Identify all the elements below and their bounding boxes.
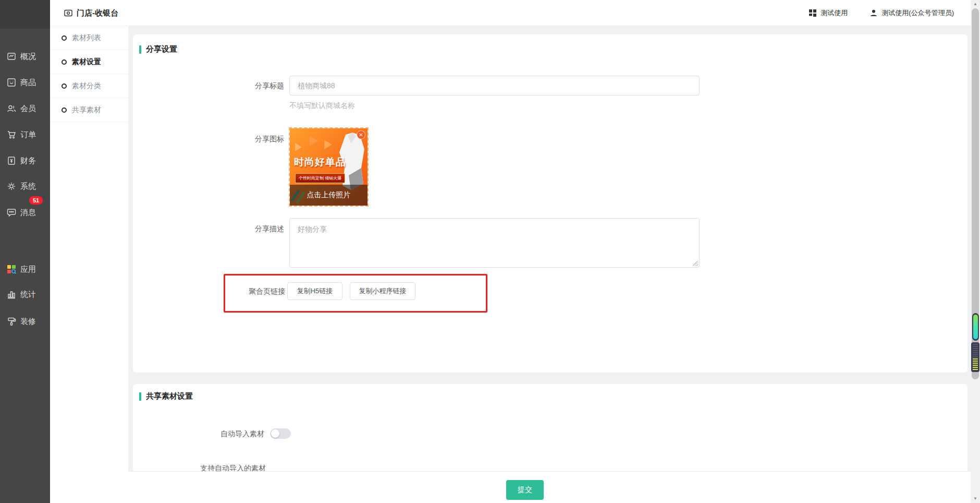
share-settings-section-head: 分享设置	[139, 44, 177, 54]
user-icon	[869, 9, 878, 17]
upload-overlay[interactable]: 点击上传照片	[290, 185, 368, 206]
decorate-icon	[6, 316, 17, 327]
meter-fill	[973, 315, 978, 339]
scroll-up-arrow[interactable]: ▲	[971, 0, 980, 8]
share-icon-image: 时尚好单品 个性时尚定制 倾销火爆 点击上传照片	[290, 128, 368, 206]
sidebar-item-label: 统计	[20, 290, 36, 300]
radio-circle-icon	[62, 107, 67, 113]
user-menu[interactable]: 测试使用(公众号管理员)	[869, 8, 954, 18]
messages-icon	[6, 207, 17, 218]
remove-image-button[interactable]: ✕	[357, 131, 365, 139]
radio-circle-icon	[62, 83, 67, 89]
toggle-knob	[271, 429, 279, 438]
sidebar-item-label: 装修	[20, 317, 36, 327]
share-icon-label: 分享图标	[190, 134, 284, 144]
sidebar-item-system[interactable]: 系统	[0, 180, 50, 193]
section-title: 分享设置	[146, 44, 177, 54]
system-icon	[6, 181, 17, 191]
share-title-hint: 不填写默认商城名称	[289, 101, 355, 111]
app-logo[interactable]	[0, 0, 50, 29]
sidebar-item-label: 订单	[20, 130, 36, 140]
radio-circle-icon	[62, 59, 67, 65]
textarea-resize-handle[interactable]	[693, 261, 698, 266]
goods-icon	[6, 77, 17, 88]
share-settings-card: 分享设置 分享标题 植物商城88 不填写默认商城名称 分享图标 时尚好单品 个性…	[133, 34, 967, 373]
submit-button[interactable]: 提交	[506, 480, 544, 500]
meter-stripes	[973, 344, 978, 370]
share-icon-uploader[interactable]: 时尚好单品 个性时尚定制 倾销火爆 点击上传照片 ✕	[289, 127, 369, 207]
highlight-red-box: 聚合页链接 复制H5链接 复制小程序链接	[224, 274, 487, 313]
submenu-item-material-settings[interactable]: 素材设置	[50, 50, 128, 74]
apps-icon	[6, 264, 17, 274]
submenu-item-label: 素材列表	[72, 33, 101, 43]
sidebar-item-label: 财务	[20, 156, 36, 166]
shared-material-section-head: 共享素材设置	[139, 391, 193, 401]
submenu-item-label: 素材设置	[72, 57, 101, 67]
share-title-input[interactable]: 植物商城88	[289, 76, 700, 95]
submenu-item-material-list[interactable]: 素材列表	[50, 26, 128, 50]
radio-circle-icon	[62, 35, 67, 41]
sidebar-item-label: 应用	[20, 265, 36, 274]
arrow-decoration	[310, 136, 318, 146]
members-icon	[6, 103, 17, 114]
auto-import-label: 自动导入素材	[181, 426, 264, 441]
top-header: 门店-收银台 测试使用 测试使用(公众号管理员)	[50, 0, 980, 26]
share-title-label: 分享标题	[190, 76, 284, 95]
sidebar-item-members[interactable]: 会员	[0, 102, 50, 115]
copy-h5-link-button[interactable]: 复制H5链接	[287, 282, 342, 300]
aggregate-link-label: 聚合页链接	[228, 282, 285, 300]
material-submenu: 素材列表 素材设置 素材分类 共享素材	[50, 26, 128, 503]
workspace-switcher[interactable]: 测试使用	[808, 8, 848, 18]
overview-icon	[6, 51, 17, 62]
sidebar-item-label: 商品	[20, 78, 36, 88]
sidebar-item-orders[interactable]: 订单	[0, 128, 50, 141]
user-label: 测试使用(公众号管理员)	[881, 8, 954, 18]
extension-level-meter	[972, 313, 979, 341]
image-subline: 个性时尚定制 倾销火爆	[295, 173, 345, 183]
copy-miniprogram-link-button[interactable]: 复制小程序链接	[350, 282, 415, 300]
submenu-item-shared-material[interactable]: 共享素材	[50, 98, 128, 122]
section-accent-bar	[139, 392, 141, 401]
sidebar-item-stats[interactable]: 统计	[0, 288, 50, 301]
submenu-item-label: 共享素材	[72, 105, 101, 115]
sidebar-item-messages[interactable]: 消息	[0, 206, 50, 219]
share-desc-label: 分享描述	[190, 223, 284, 234]
arrow-decoration	[295, 143, 302, 151]
sidebar-item-decorate[interactable]: 装修	[0, 315, 50, 328]
image-headline: 时尚好单品	[294, 155, 346, 169]
section-accent-bar	[139, 45, 141, 54]
grid-icon	[808, 9, 817, 17]
main-sidebar: 概况 商品 会员 订单 财务 系统 消息 51 应用 统计 装修	[0, 0, 50, 503]
submenu-item-material-category[interactable]: 素材分类	[50, 74, 128, 98]
shared-material-card: 共享素材设置 自动导入素材 支持自动导入的素材	[133, 384, 967, 473]
sidebar-item-label: 会员	[20, 104, 36, 114]
extension-stripe-meter	[971, 342, 979, 372]
header-right: 测试使用 测试使用(公众号管理员)	[808, 0, 954, 26]
sidebar-item-finance[interactable]: 财务	[0, 154, 50, 167]
stats-icon	[6, 289, 17, 300]
sidebar-item-apps[interactable]: 应用	[0, 263, 50, 276]
scroll-down-arrow[interactable]: ▼	[971, 495, 980, 503]
sidebar-item-label: 概况	[20, 52, 36, 62]
sidebar-item-overview[interactable]: 概况	[0, 50, 50, 63]
page-title: 门店-收银台	[64, 0, 118, 26]
form-footer: 提交	[128, 471, 971, 503]
orders-icon	[6, 129, 17, 140]
sidebar-item-label: 消息	[20, 208, 36, 218]
finance-icon	[6, 155, 17, 166]
workspace-label: 测试使用	[820, 8, 848, 18]
sidebar-item-goods[interactable]: 商品	[0, 76, 50, 89]
share-desc-textarea[interactable]: 好物分享	[289, 218, 700, 268]
submenu-item-label: 素材分类	[72, 81, 101, 91]
messages-badge: 51	[29, 196, 43, 205]
page-title-text: 门店-收银台	[77, 8, 118, 18]
cashier-icon	[64, 8, 73, 18]
auto-import-toggle[interactable]	[270, 428, 291, 439]
section-title: 共享素材设置	[146, 391, 193, 401]
page-scrollbar[interactable]: ▲ ▼	[971, 0, 980, 503]
sidebar-item-label: 系统	[20, 182, 36, 191]
